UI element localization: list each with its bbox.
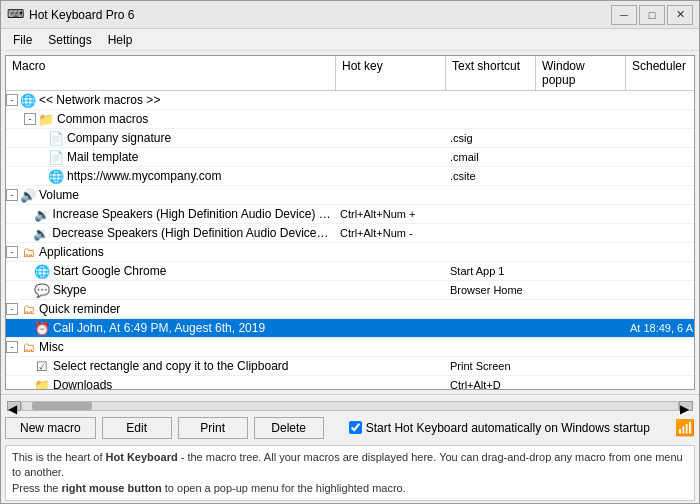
- tree-row[interactable]: 📄 Company signature .csig: [6, 129, 694, 148]
- scroll-left-btn[interactable]: ◀: [7, 401, 21, 411]
- edit-label: Edit: [126, 421, 147, 435]
- volume-icon: 🔊: [20, 187, 36, 203]
- maximize-button[interactable]: □: [639, 5, 665, 25]
- expand-btn[interactable]: -: [6, 303, 18, 315]
- row-label: Volume: [39, 188, 79, 202]
- row-label: Downloads: [53, 378, 112, 389]
- row-label: Select rectangle and copy it to the Clip…: [53, 359, 288, 373]
- title-bar: ⌨ Hot Keyboard Pro 6 ─ □ ✕: [1, 1, 699, 29]
- startup-checkbox-label[interactable]: Start Hot Keyboard automatically on Wind…: [349, 421, 650, 435]
- col-header-textshortcut: Text shortcut: [446, 56, 536, 90]
- menu-help[interactable]: Help: [100, 31, 141, 49]
- col-header-windowpopup: Window popup: [536, 56, 626, 90]
- main-content: Macro Hot key Text shortcut Window popup…: [5, 55, 695, 390]
- row-textshortcut: Print Screen: [446, 360, 536, 372]
- globe-icon: 🌐: [48, 168, 64, 184]
- tree-row[interactable]: 🔉 Decrease Speakers (High Definition Aud…: [6, 224, 694, 243]
- network-icon: 🌐: [20, 92, 36, 108]
- tree-row[interactable]: 🔉 Increase Speakers (High Definition Aud…: [6, 205, 694, 224]
- row-textshortcut: .csite: [446, 170, 536, 182]
- startup-label: Start Hot Keyboard automatically on Wind…: [366, 421, 650, 435]
- tree-row[interactable]: 📁 Downloads Ctrl+Alt+D: [6, 376, 694, 389]
- new-macro-button[interactable]: New macro: [5, 417, 96, 439]
- window-controls: ─ □ ✕: [611, 5, 693, 25]
- row-textshortcut: Browser Home: [446, 284, 536, 296]
- row-label: Applications: [39, 245, 104, 259]
- menu-settings[interactable]: Settings: [40, 31, 99, 49]
- misc-icon: 🗂: [20, 339, 36, 355]
- tree-row[interactable]: - 📁 Common macros: [6, 110, 694, 129]
- scrollbar-area[interactable]: ◀ ▶: [5, 399, 695, 413]
- row-hotkey: Ctrl+Alt+Num -: [336, 227, 446, 239]
- row-label: Common macros: [57, 112, 148, 126]
- tree-row[interactable]: - 🔊 Volume: [6, 186, 694, 205]
- clock-icon: 🗂: [20, 301, 36, 317]
- col-header-macro: Macro: [6, 56, 336, 90]
- checkbox-icon: ☑: [34, 358, 50, 374]
- col-header-hotkey: Hot key: [336, 56, 446, 90]
- chrome-icon: 🌐: [34, 263, 50, 279]
- row-textshortcut: .csig: [446, 132, 536, 144]
- download-icon: 📁: [34, 377, 50, 389]
- status-bar: This is the heart of Hot Keyboard - the …: [5, 445, 695, 501]
- edit-button[interactable]: Edit: [102, 417, 172, 439]
- skype-icon: 💬: [34, 282, 50, 298]
- row-label: Mail template: [67, 150, 138, 164]
- bottom-area: ◀ ▶ New macro Edit Print Delete Start Ho…: [1, 394, 699, 503]
- expand-btn[interactable]: -: [6, 246, 18, 258]
- hscrollbar[interactable]: [21, 401, 679, 411]
- row-label: Decrease Speakers (High Definition Audio…: [52, 226, 332, 240]
- tree-row[interactable]: ☑ Select rectangle and copy it to the Cl…: [6, 357, 694, 376]
- expand-btn[interactable]: -: [6, 94, 18, 106]
- expand-btn[interactable]: -: [24, 113, 36, 125]
- reminder-icon: ⏰: [34, 320, 50, 336]
- folder-icon: 📁: [38, 111, 54, 127]
- button-row: New macro Edit Print Delete Start Hot Ke…: [5, 413, 695, 443]
- wifi-icon: 📶: [675, 418, 695, 437]
- tree-row[interactable]: - 🗂 Quick reminder: [6, 300, 694, 319]
- tree-row[interactable]: 💬 Skype Browser Home: [6, 281, 694, 300]
- status-text3: Press the: [12, 482, 62, 494]
- row-label: Company signature: [67, 131, 171, 145]
- status-bold2: right mouse button: [62, 482, 162, 494]
- minimize-button[interactable]: ─: [611, 5, 637, 25]
- row-label: << Network macros >>: [39, 93, 160, 107]
- window-title: Hot Keyboard Pro 6: [29, 8, 611, 22]
- column-headers: Macro Hot key Text shortcut Window popup…: [6, 56, 694, 91]
- macro-tree[interactable]: - 🌐 << Network macros >> - 📁 Common macr…: [6, 91, 694, 389]
- expand-btn[interactable]: -: [6, 189, 18, 201]
- row-textshortcut: .cmail: [446, 151, 536, 163]
- tree-row[interactable]: 🌐 Start Google Chrome Start App 1: [6, 262, 694, 281]
- tree-row[interactable]: - 🌐 << Network macros >>: [6, 91, 694, 110]
- row-label: Skype: [53, 283, 86, 297]
- speaker-icon: 🔉: [34, 206, 50, 222]
- status-text1: This is the heart of: [12, 451, 106, 463]
- tree-row-selected[interactable]: ⏰ Call John, At 6:49 PM, Augest 6th, 201…: [6, 319, 694, 338]
- tree-row[interactable]: 🌐 https://www.mycompany.com .csite: [6, 167, 694, 186]
- row-label: Quick reminder: [39, 302, 120, 316]
- row-label: Start Google Chrome: [53, 264, 166, 278]
- main-window: ⌨ Hot Keyboard Pro 6 ─ □ ✕ File Settings…: [0, 0, 700, 504]
- tree-row[interactable]: 📄 Mail template .cmail: [6, 148, 694, 167]
- tree-row[interactable]: - 🗂 Applications: [6, 243, 694, 262]
- tree-row[interactable]: - 🗂 Misc: [6, 338, 694, 357]
- delete-label: Delete: [271, 421, 306, 435]
- speaker-icon: 🔉: [33, 225, 49, 241]
- close-button[interactable]: ✕: [667, 5, 693, 25]
- status-bold1: Hot Keyboard: [106, 451, 178, 463]
- apps-icon: 🗂: [20, 244, 36, 260]
- row-label: Misc: [39, 340, 64, 354]
- status-text4: to open a pop-up menu for the highlighte…: [162, 482, 406, 494]
- row-scheduler: At 18:49, 6 A: [626, 322, 694, 334]
- print-button[interactable]: Print: [178, 417, 248, 439]
- startup-checkbox[interactable]: [349, 421, 362, 434]
- menu-file[interactable]: File: [5, 31, 40, 49]
- row-hotkey: Ctrl+Alt+Num +: [336, 208, 446, 220]
- app-icon: ⌨: [7, 7, 23, 23]
- file-icon: 📄: [48, 149, 64, 165]
- row-textshortcut: Start App 1: [446, 265, 536, 277]
- scroll-right-btn[interactable]: ▶: [679, 401, 693, 411]
- new-macro-label: New macro: [20, 421, 81, 435]
- delete-button[interactable]: Delete: [254, 417, 324, 439]
- expand-btn[interactable]: -: [6, 341, 18, 353]
